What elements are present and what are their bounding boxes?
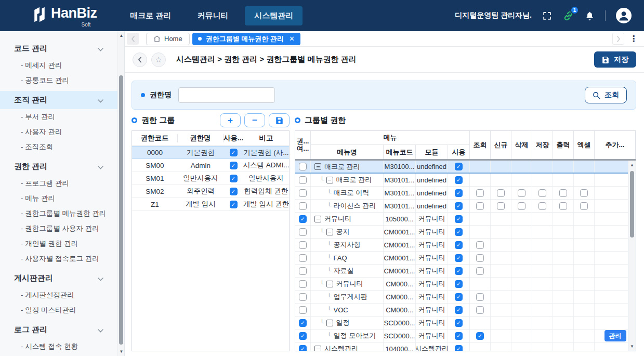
scroll-up-icon[interactable]: ▲ xyxy=(628,163,636,167)
use-checkbox[interactable] xyxy=(455,319,463,327)
sidebar-section-3[interactable]: 권한 관리 xyxy=(0,157,124,176)
sidebar-section-4[interactable]: 게시판관리 xyxy=(0,269,124,287)
scroll-up-icon[interactable]: ▲ xyxy=(118,33,125,38)
action-checkbox[interactable] xyxy=(476,202,484,210)
collapse-icon[interactable] xyxy=(314,346,321,351)
tab-close-icon[interactable]: ✕ xyxy=(289,35,295,43)
scroll-down-icon[interactable]: ▼ xyxy=(628,344,636,349)
sidebar-item[interactable]: - 메세지 관리 xyxy=(0,58,124,73)
remove-group-button[interactable]: − xyxy=(244,113,265,127)
action-checkbox[interactable] xyxy=(476,293,484,301)
group-table-row[interactable]: Z1개발 임시개발 임시 권한 xyxy=(132,198,289,211)
sidebar-item[interactable]: - 메뉴 관리 xyxy=(0,191,124,206)
row-checkbox[interactable] xyxy=(299,241,307,249)
row-checkbox[interactable] xyxy=(299,254,307,262)
row-checkbox[interactable] xyxy=(299,332,307,340)
perm-table-row[interactable]: └VOCCM000...커뮤니티 xyxy=(295,304,636,317)
bell-icon[interactable] xyxy=(585,10,595,21)
row-checkbox[interactable] xyxy=(299,215,307,223)
perm-name-input[interactable] xyxy=(178,87,275,103)
perm-table-row[interactable]: └FAQCM0001...커뮤니티 xyxy=(295,252,636,265)
use-checkbox[interactable] xyxy=(230,201,238,208)
group-table-row[interactable]: 0000기본권한기본권한 (사... xyxy=(132,146,289,159)
tabs-scroll-left-button[interactable] xyxy=(127,33,139,45)
use-checkbox[interactable] xyxy=(230,188,238,195)
sidebar-item[interactable]: - 부서 관리 xyxy=(0,109,124,124)
group-table-row[interactable]: SM02외주인력협력업체 권한 xyxy=(132,185,289,198)
use-checkbox[interactable] xyxy=(230,149,238,156)
row-checkbox[interactable] xyxy=(299,202,307,210)
action-checkbox[interactable] xyxy=(476,306,484,314)
action-checkbox[interactable] xyxy=(476,267,484,275)
manage-button[interactable]: 관리 xyxy=(604,330,626,341)
row-checkbox[interactable] xyxy=(299,293,307,301)
sidebar-item[interactable]: - 조직조회 xyxy=(0,139,124,154)
use-checkbox[interactable] xyxy=(455,163,463,170)
link-icon[interactable]: 1 xyxy=(562,10,574,22)
search-button[interactable]: 조회 xyxy=(585,87,627,103)
sidebar-section-5[interactable]: 로그 관리 xyxy=(0,321,124,339)
action-checkbox[interactable] xyxy=(538,202,546,210)
sidebar-item[interactable]: - 메뉴&프로그램 호출 현황 xyxy=(0,354,124,356)
action-checkbox[interactable] xyxy=(518,202,525,210)
use-checkbox[interactable] xyxy=(455,215,463,223)
collapse-icon[interactable] xyxy=(326,229,333,235)
action-checkbox[interactable] xyxy=(559,189,567,197)
perm-table-row[interactable]: 매크로 관리M30100...undefined xyxy=(295,161,636,174)
tab-menu-kebab-icon[interactable]: ⋮ xyxy=(629,34,638,44)
sidebar-item[interactable]: - 권한그룹별 메뉴권한 관리 xyxy=(0,206,124,221)
perm-grid-scrollbar[interactable]: ▲ ▼ xyxy=(628,161,636,351)
sidebar-item[interactable]: - 프로그램 관리 xyxy=(0,176,124,191)
use-checkbox[interactable] xyxy=(455,254,463,262)
row-checkbox[interactable] xyxy=(299,267,307,275)
use-checkbox[interactable] xyxy=(455,345,463,351)
use-checkbox[interactable] xyxy=(455,306,463,314)
row-checkbox[interactable] xyxy=(299,228,307,236)
add-group-button[interactable]: + xyxy=(220,113,241,127)
scrollbar-thumb[interactable] xyxy=(630,171,634,238)
use-checkbox[interactable] xyxy=(230,175,238,182)
sidebar-item[interactable]: - 공통코드 관리 xyxy=(0,73,124,88)
action-checkbox[interactable] xyxy=(476,241,484,249)
row-checkbox[interactable] xyxy=(299,163,307,170)
use-checkbox[interactable] xyxy=(230,162,238,169)
sidebar-section-2[interactable]: 조직 관리 xyxy=(0,91,124,109)
sidebar-item[interactable]: - 게시판설정관리 xyxy=(0,287,124,302)
use-checkbox[interactable] xyxy=(455,332,463,340)
sidebar-item[interactable]: - 사용자 관리 xyxy=(0,124,124,139)
tab-home[interactable]: Home xyxy=(146,33,190,45)
perm-table-row[interactable]: └매크로 관리M30101...undefined xyxy=(295,174,636,187)
use-checkbox[interactable] xyxy=(455,228,463,236)
tabs-scroll-right-button[interactable] xyxy=(612,33,624,45)
action-checkbox[interactable] xyxy=(559,202,567,210)
group-table-row[interactable]: SM01일반사용자일반사용자 xyxy=(132,172,289,185)
avatar[interactable] xyxy=(616,8,632,23)
use-checkbox[interactable] xyxy=(455,241,463,249)
action-checkbox[interactable] xyxy=(497,189,505,197)
group-table-row[interactable]: SM00Admin시스템 ADMI... xyxy=(132,159,289,172)
use-checkbox[interactable] xyxy=(455,280,463,288)
perm-table-row[interactable]: └커뮤니티CM000...커뮤니티 xyxy=(295,278,636,291)
action-checkbox[interactable] xyxy=(538,189,546,197)
scroll-down-icon[interactable]: ▼ xyxy=(118,349,125,354)
perm-table-row[interactable]: └자료실CM0001...커뮤니티 xyxy=(295,265,636,278)
scrollbar-thumb[interactable] xyxy=(119,75,123,345)
row-checkbox[interactable] xyxy=(299,189,307,197)
sidebar-item[interactable]: - 시스템 접속 현황 xyxy=(0,339,124,354)
sidebar-scrollbar[interactable]: ▲ ▼ xyxy=(117,31,124,356)
use-checkbox[interactable] xyxy=(455,267,463,275)
collapse-icon[interactable] xyxy=(326,281,333,287)
action-checkbox[interactable] xyxy=(476,254,484,262)
perm-table-row[interactable]: └공지CM0001...커뮤니티 xyxy=(295,226,636,239)
perm-table-row[interactable]: 커뮤니티105000...커뮤니티 xyxy=(295,213,636,226)
save-group-button[interactable] xyxy=(269,113,290,127)
action-checkbox[interactable] xyxy=(476,189,484,197)
brand-logo[interactable]: HanBiz Soft xyxy=(31,4,90,28)
row-checkbox[interactable] xyxy=(299,280,307,288)
back-button[interactable] xyxy=(133,52,147,67)
action-checkbox[interactable] xyxy=(476,332,484,340)
sidebar-item[interactable]: - 일정 마스터관리 xyxy=(0,302,124,318)
action-checkbox[interactable] xyxy=(580,189,588,197)
action-checkbox[interactable] xyxy=(580,202,588,210)
perm-table-row[interactable]: 시스템관리104000...시스템관리 xyxy=(295,342,636,351)
